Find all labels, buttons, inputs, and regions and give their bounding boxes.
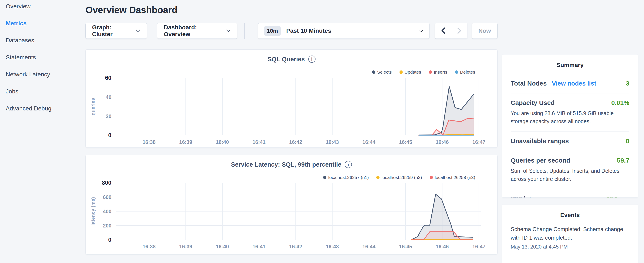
svg-text:16:38: 16:38 <box>142 244 156 249</box>
time-range-badge: 10m <box>264 26 281 36</box>
summary-value: 3 <box>626 80 629 87</box>
summary-label: Unavailable ranges <box>511 137 569 145</box>
summary-item-capacity-used: Capacity Used 0.01% You are using 28.6 M… <box>511 93 629 132</box>
chevron-right-icon <box>457 27 462 35</box>
dashboard-label: Dashboard: Overview <box>164 24 222 38</box>
sidebar-item-databases[interactable]: Databases <box>6 38 86 43</box>
svg-text:16:47: 16:47 <box>472 139 486 145</box>
svg-text:16:47: 16:47 <box>472 244 486 249</box>
chevron-down-icon <box>226 29 231 32</box>
events-title: Events <box>511 212 629 218</box>
summary-label: Total Nodes <box>511 80 546 87</box>
svg-text:16:46: 16:46 <box>436 139 448 145</box>
event-message: Schema Change Completed: Schema change w… <box>511 225 629 242</box>
sidebar-item-jobs[interactable]: Jobs <box>6 89 86 95</box>
summary-value: 0 <box>626 137 629 145</box>
svg-text:queries: queries <box>90 98 96 115</box>
svg-text:16:41: 16:41 <box>252 244 266 249</box>
time-prev-button[interactable] <box>435 23 451 39</box>
sidebar-item-statements[interactable]: Statements <box>6 55 86 60</box>
summary-label: P99 latency <box>511 195 546 198</box>
sidebar: Overview Metrics Databases Statements Ne… <box>0 0 86 263</box>
svg-text:16:42: 16:42 <box>289 244 302 249</box>
time-range-label: Past 10 Minutes <box>286 28 331 34</box>
svg-text:40: 40 <box>106 94 112 100</box>
summary-item-p99-latency: P99 latency 46.1 ms <box>511 189 629 198</box>
sql-queries-chart-card: SQL Queries i SelectsUpdatesInsertsDelet… <box>86 49 498 148</box>
time-next-button[interactable] <box>451 23 467 39</box>
sidebar-item-overview[interactable]: Overview <box>6 4 86 9</box>
main-content: Overview Dashboard Graph: Cluster Dashbo… <box>86 0 498 263</box>
service-latency-plot[interactable]: 16:3816:3916:4016:4116:4216:4316:4416:45… <box>86 155 498 255</box>
summary-value: 59.7 <box>617 157 629 164</box>
svg-text:16:40: 16:40 <box>216 244 229 249</box>
summary-value: 46.1 ms <box>606 195 629 198</box>
svg-text:800: 800 <box>102 180 112 186</box>
summary-item-queries-per-second: Queries per second 59.7 Sum of Selects, … <box>511 151 629 189</box>
chevron-down-icon <box>419 30 423 32</box>
svg-text:60: 60 <box>105 75 112 81</box>
svg-text:16:43: 16:43 <box>326 244 339 249</box>
svg-text:200: 200 <box>103 223 112 228</box>
summary-description: You are using 28.6 MiB of 515.9 GiB usab… <box>511 109 629 125</box>
summary-value: 0.01% <box>611 99 629 106</box>
svg-text:latency (ms): latency (ms) <box>90 197 96 225</box>
right-sidebar: Summary Total Nodes View nodes list 3 Ca… <box>502 0 638 263</box>
svg-text:16:45: 16:45 <box>399 244 412 249</box>
time-range-selector[interactable]: 10m Past 10 Minutes <box>258 23 430 39</box>
toolbar-divider <box>244 23 245 39</box>
service-latency-chart-card: Service Latency: SQL, 99th percentile i … <box>86 155 498 254</box>
svg-text:0: 0 <box>108 132 112 139</box>
chevron-left-icon <box>440 27 446 35</box>
event-timestamp: May 13, 2020 at 4:45 PM <box>511 244 629 250</box>
svg-text:16:44: 16:44 <box>362 139 376 145</box>
svg-text:16:42: 16:42 <box>289 139 302 145</box>
svg-text:16:38: 16:38 <box>142 139 156 145</box>
svg-text:16:39: 16:39 <box>179 244 192 249</box>
svg-text:0: 0 <box>108 237 112 243</box>
time-pager <box>435 23 468 39</box>
svg-text:600: 600 <box>103 194 112 200</box>
view-nodes-list-link[interactable]: View nodes list <box>552 80 596 87</box>
svg-text:20: 20 <box>106 113 112 119</box>
svg-text:16:40: 16:40 <box>216 139 229 145</box>
svg-text:400: 400 <box>103 208 112 214</box>
chevron-down-icon <box>136 29 140 32</box>
sql-queries-plot[interactable]: 16:3816:3916:4016:4116:4216:4316:4416:45… <box>86 50 498 148</box>
sidebar-item-advanced-debug[interactable]: Advanced Debug <box>6 106 86 112</box>
sidebar-item-network-latency[interactable]: Network Latency <box>6 72 86 78</box>
summary-label: Capacity Used <box>511 99 555 106</box>
summary-label: Queries per second <box>511 157 570 164</box>
summary-item-total-nodes: Total Nodes View nodes list 3 <box>511 74 629 93</box>
app-root: Overview Metrics Databases Statements Ne… <box>0 0 644 263</box>
svg-text:16:43: 16:43 <box>326 139 339 145</box>
graph-scope-dropdown[interactable]: Graph: Cluster <box>86 23 147 39</box>
summary-description: Sum of Selects, Updates, Inserts, and De… <box>511 167 629 183</box>
svg-text:16:41: 16:41 <box>252 139 266 145</box>
sidebar-item-metrics[interactable]: Metrics <box>6 21 86 26</box>
summary-title: Summary <box>511 62 629 69</box>
toolbar: Graph: Cluster Dashboard: Overview 10m P… <box>86 23 498 39</box>
svg-text:16:39: 16:39 <box>179 139 192 145</box>
svg-text:16:46: 16:46 <box>436 244 448 249</box>
page-title: Overview Dashboard <box>86 5 498 15</box>
now-button-label: Now <box>478 28 491 34</box>
summary-item-unavailable-ranges: Unavailable ranges 0 <box>511 132 629 151</box>
svg-text:16:44: 16:44 <box>362 244 376 249</box>
dashboard-dropdown[interactable]: Dashboard: Overview <box>157 23 237 39</box>
now-button[interactable]: Now <box>472 23 498 39</box>
graph-scope-label: Graph: Cluster <box>92 24 132 38</box>
events-panel: Events Schema Change Completed: Schema c… <box>502 204 638 263</box>
svg-text:16:45: 16:45 <box>399 139 412 145</box>
summary-panel: Summary Total Nodes View nodes list 3 Ca… <box>502 54 638 198</box>
